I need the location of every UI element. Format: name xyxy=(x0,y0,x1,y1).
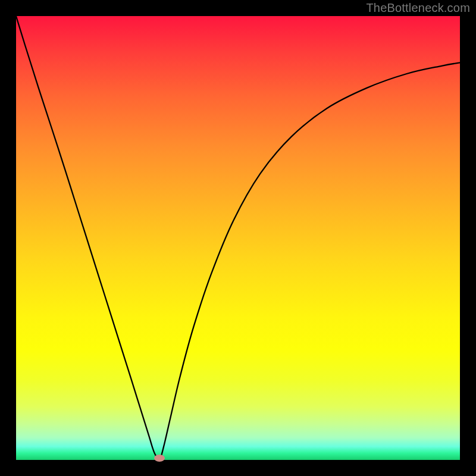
frame-right xyxy=(460,0,476,476)
frame-bottom xyxy=(0,460,476,476)
bottleneck-curve xyxy=(16,16,460,460)
watermark-text: TheBottleneck.com xyxy=(366,1,470,15)
chart-plot-area xyxy=(16,16,460,460)
frame-left xyxy=(0,0,16,476)
optimal-point-marker xyxy=(154,455,165,462)
